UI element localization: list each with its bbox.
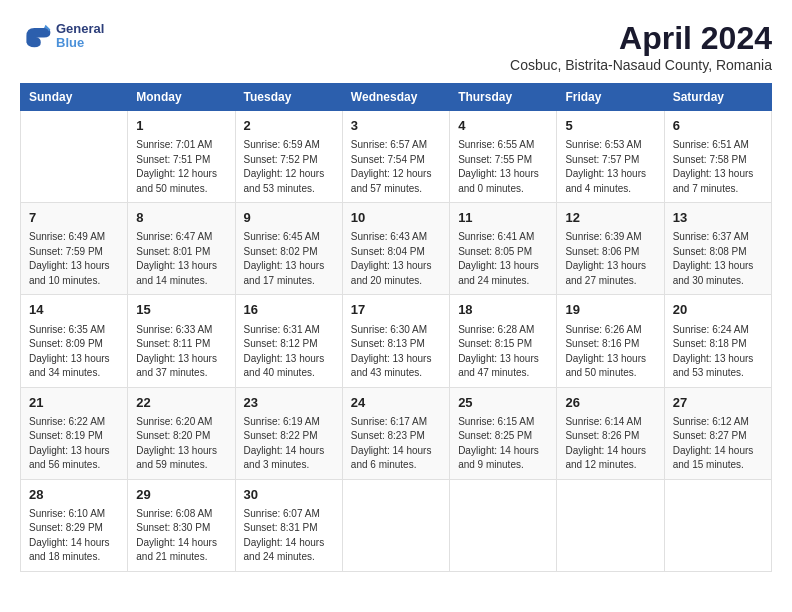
day-info: Sunrise: 6:19 AM Sunset: 8:22 PM Dayligh… (244, 415, 334, 473)
day-number: 19 (565, 301, 655, 319)
day-info: Sunrise: 6:28 AM Sunset: 8:15 PM Dayligh… (458, 323, 548, 381)
calendar-cell: 1Sunrise: 7:01 AM Sunset: 7:51 PM Daylig… (128, 111, 235, 203)
day-number: 29 (136, 486, 226, 504)
logo-text: General Blue (56, 22, 104, 51)
day-number: 17 (351, 301, 441, 319)
day-info: Sunrise: 6:20 AM Sunset: 8:20 PM Dayligh… (136, 415, 226, 473)
day-number: 4 (458, 117, 548, 135)
day-number: 7 (29, 209, 119, 227)
day-info: Sunrise: 6:33 AM Sunset: 8:11 PM Dayligh… (136, 323, 226, 381)
column-header-wednesday: Wednesday (342, 84, 449, 111)
day-info: Sunrise: 6:31 AM Sunset: 8:12 PM Dayligh… (244, 323, 334, 381)
calendar-header-row: SundayMondayTuesdayWednesdayThursdayFrid… (21, 84, 772, 111)
day-number: 10 (351, 209, 441, 227)
day-info: Sunrise: 6:43 AM Sunset: 8:04 PM Dayligh… (351, 230, 441, 288)
column-header-sunday: Sunday (21, 84, 128, 111)
day-number: 5 (565, 117, 655, 135)
day-number: 11 (458, 209, 548, 227)
day-number: 20 (673, 301, 763, 319)
day-info: Sunrise: 6:26 AM Sunset: 8:16 PM Dayligh… (565, 323, 655, 381)
calendar-cell: 26Sunrise: 6:14 AM Sunset: 8:26 PM Dayli… (557, 387, 664, 479)
subtitle: Cosbuc, Bistrita-Nasaud County, Romania (510, 57, 772, 73)
calendar-cell: 5Sunrise: 6:53 AM Sunset: 7:57 PM Daylig… (557, 111, 664, 203)
title-area: April 2024 Cosbuc, Bistrita-Nasaud Count… (510, 20, 772, 73)
calendar-cell: 29Sunrise: 6:08 AM Sunset: 8:30 PM Dayli… (128, 479, 235, 571)
day-number: 12 (565, 209, 655, 227)
day-number: 27 (673, 394, 763, 412)
day-info: Sunrise: 6:41 AM Sunset: 8:05 PM Dayligh… (458, 230, 548, 288)
day-number: 24 (351, 394, 441, 412)
day-info: Sunrise: 6:15 AM Sunset: 8:25 PM Dayligh… (458, 415, 548, 473)
month-title: April 2024 (510, 20, 772, 57)
calendar-week-row: 7Sunrise: 6:49 AM Sunset: 7:59 PM Daylig… (21, 203, 772, 295)
day-info: Sunrise: 6:57 AM Sunset: 7:54 PM Dayligh… (351, 138, 441, 196)
day-info: Sunrise: 6:59 AM Sunset: 7:52 PM Dayligh… (244, 138, 334, 196)
calendar-week-row: 28Sunrise: 6:10 AM Sunset: 8:29 PM Dayli… (21, 479, 772, 571)
column-header-monday: Monday (128, 84, 235, 111)
day-info: Sunrise: 6:30 AM Sunset: 8:13 PM Dayligh… (351, 323, 441, 381)
day-number: 13 (673, 209, 763, 227)
calendar-cell: 27Sunrise: 6:12 AM Sunset: 8:27 PM Dayli… (664, 387, 771, 479)
day-info: Sunrise: 6:24 AM Sunset: 8:18 PM Dayligh… (673, 323, 763, 381)
calendar-cell: 13Sunrise: 6:37 AM Sunset: 8:08 PM Dayli… (664, 203, 771, 295)
calendar-cell: 8Sunrise: 6:47 AM Sunset: 8:01 PM Daylig… (128, 203, 235, 295)
calendar-cell: 2Sunrise: 6:59 AM Sunset: 7:52 PM Daylig… (235, 111, 342, 203)
calendar-cell: 30Sunrise: 6:07 AM Sunset: 8:31 PM Dayli… (235, 479, 342, 571)
day-info: Sunrise: 6:37 AM Sunset: 8:08 PM Dayligh… (673, 230, 763, 288)
calendar-week-row: 1Sunrise: 7:01 AM Sunset: 7:51 PM Daylig… (21, 111, 772, 203)
day-info: Sunrise: 6:35 AM Sunset: 8:09 PM Dayligh… (29, 323, 119, 381)
day-number: 2 (244, 117, 334, 135)
logo-line1: General (56, 22, 104, 36)
day-number: 25 (458, 394, 548, 412)
day-info: Sunrise: 6:45 AM Sunset: 8:02 PM Dayligh… (244, 230, 334, 288)
day-number: 30 (244, 486, 334, 504)
day-number: 6 (673, 117, 763, 135)
calendar-table: SundayMondayTuesdayWednesdayThursdayFrid… (20, 83, 772, 572)
day-info: Sunrise: 7:01 AM Sunset: 7:51 PM Dayligh… (136, 138, 226, 196)
calendar-cell (557, 479, 664, 571)
calendar-cell: 6Sunrise: 6:51 AM Sunset: 7:58 PM Daylig… (664, 111, 771, 203)
day-number: 18 (458, 301, 548, 319)
calendar-cell: 21Sunrise: 6:22 AM Sunset: 8:19 PM Dayli… (21, 387, 128, 479)
calendar-cell: 25Sunrise: 6:15 AM Sunset: 8:25 PM Dayli… (450, 387, 557, 479)
day-info: Sunrise: 6:12 AM Sunset: 8:27 PM Dayligh… (673, 415, 763, 473)
day-number: 3 (351, 117, 441, 135)
day-number: 1 (136, 117, 226, 135)
calendar-cell (21, 111, 128, 203)
calendar-cell: 18Sunrise: 6:28 AM Sunset: 8:15 PM Dayli… (450, 295, 557, 387)
day-info: Sunrise: 6:53 AM Sunset: 7:57 PM Dayligh… (565, 138, 655, 196)
calendar-cell: 10Sunrise: 6:43 AM Sunset: 8:04 PM Dayli… (342, 203, 449, 295)
day-info: Sunrise: 6:08 AM Sunset: 8:30 PM Dayligh… (136, 507, 226, 565)
calendar-cell: 20Sunrise: 6:24 AM Sunset: 8:18 PM Dayli… (664, 295, 771, 387)
calendar-cell: 22Sunrise: 6:20 AM Sunset: 8:20 PM Dayli… (128, 387, 235, 479)
day-info: Sunrise: 6:55 AM Sunset: 7:55 PM Dayligh… (458, 138, 548, 196)
column-header-friday: Friday (557, 84, 664, 111)
day-info: Sunrise: 6:22 AM Sunset: 8:19 PM Dayligh… (29, 415, 119, 473)
day-number: 23 (244, 394, 334, 412)
day-number: 14 (29, 301, 119, 319)
day-info: Sunrise: 6:14 AM Sunset: 8:26 PM Dayligh… (565, 415, 655, 473)
calendar-cell: 9Sunrise: 6:45 AM Sunset: 8:02 PM Daylig… (235, 203, 342, 295)
day-number: 22 (136, 394, 226, 412)
day-info: Sunrise: 6:47 AM Sunset: 8:01 PM Dayligh… (136, 230, 226, 288)
logo: General Blue (20, 20, 104, 52)
calendar-cell: 4Sunrise: 6:55 AM Sunset: 7:55 PM Daylig… (450, 111, 557, 203)
day-info: Sunrise: 6:10 AM Sunset: 8:29 PM Dayligh… (29, 507, 119, 565)
calendar-cell: 7Sunrise: 6:49 AM Sunset: 7:59 PM Daylig… (21, 203, 128, 295)
calendar-cell: 19Sunrise: 6:26 AM Sunset: 8:16 PM Dayli… (557, 295, 664, 387)
calendar-cell (664, 479, 771, 571)
calendar-cell: 15Sunrise: 6:33 AM Sunset: 8:11 PM Dayli… (128, 295, 235, 387)
day-number: 8 (136, 209, 226, 227)
day-number: 15 (136, 301, 226, 319)
day-info: Sunrise: 6:39 AM Sunset: 8:06 PM Dayligh… (565, 230, 655, 288)
day-info: Sunrise: 6:07 AM Sunset: 8:31 PM Dayligh… (244, 507, 334, 565)
logo-icon (20, 20, 52, 52)
calendar-cell: 12Sunrise: 6:39 AM Sunset: 8:06 PM Dayli… (557, 203, 664, 295)
calendar-cell: 11Sunrise: 6:41 AM Sunset: 8:05 PM Dayli… (450, 203, 557, 295)
calendar-cell: 16Sunrise: 6:31 AM Sunset: 8:12 PM Dayli… (235, 295, 342, 387)
calendar-cell: 28Sunrise: 6:10 AM Sunset: 8:29 PM Dayli… (21, 479, 128, 571)
calendar-cell: 17Sunrise: 6:30 AM Sunset: 8:13 PM Dayli… (342, 295, 449, 387)
calendar-cell (450, 479, 557, 571)
calendar-cell: 23Sunrise: 6:19 AM Sunset: 8:22 PM Dayli… (235, 387, 342, 479)
day-info: Sunrise: 6:17 AM Sunset: 8:23 PM Dayligh… (351, 415, 441, 473)
